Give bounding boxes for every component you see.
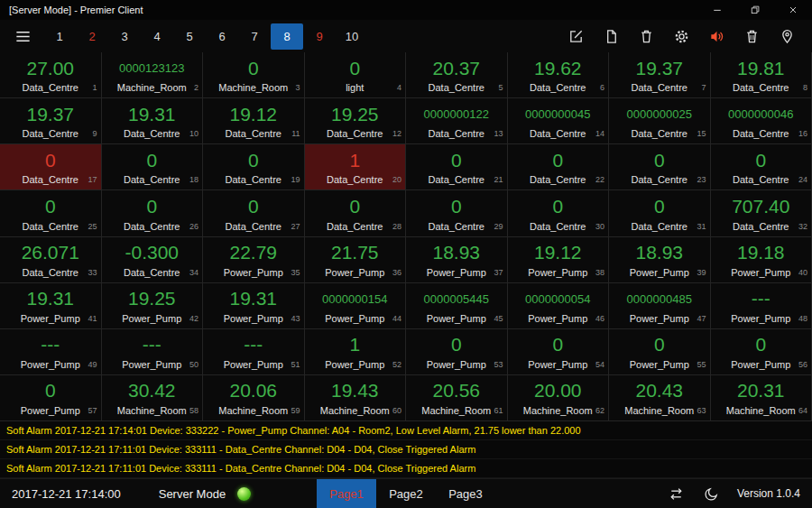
- channel-cell[interactable]: 0 Data_Centre 21: [406, 144, 508, 190]
- channel-cell[interactable]: 18.93 Power_Pump 37: [406, 237, 508, 283]
- alarm-log-row[interactable]: Soft Alarm 2017-12-21 17:11:01 Device: 3…: [0, 459, 812, 478]
- channel-cell[interactable]: 20.43 Machine_Room 63: [609, 375, 711, 421]
- channel-cell[interactable]: 19.25 Data_Centre 12: [305, 98, 407, 144]
- channel-cell[interactable]: 0000000046 Data_Centre 16: [711, 98, 812, 144]
- page-tab[interactable]: Page2: [376, 479, 436, 508]
- sound-icon[interactable]: [706, 25, 727, 47]
- channel-value: 19.25: [305, 102, 406, 126]
- alarm-log-row[interactable]: Soft Alarm 2017-12-21 17:11:01 Device: 3…: [0, 440, 812, 459]
- channel-cell[interactable]: 0000000045 Data_Centre 14: [508, 98, 610, 144]
- channel-cell[interactable]: 19.81 Data_Centre 8: [711, 52, 812, 98]
- page-tab[interactable]: Page1: [317, 479, 376, 508]
- channel-cell[interactable]: 0 Data_Centre 25: [0, 190, 102, 236]
- channel-cell[interactable]: --- Power_Pump 48: [711, 283, 812, 329]
- channel-cell[interactable]: 0 light 4: [305, 52, 407, 98]
- channel-cell[interactable]: 18.93 Power_Pump 39: [609, 237, 711, 283]
- channel-cell[interactable]: 19.18 Power_Pump 40: [711, 237, 812, 283]
- channel-cell[interactable]: 1 Data_Centre 20: [305, 144, 407, 190]
- trash-icon[interactable]: [635, 25, 657, 47]
- channel-cell[interactable]: --- Power_Pump 51: [203, 329, 305, 375]
- page-number-button[interactable]: 4: [141, 23, 173, 50]
- channel-cell[interactable]: 1 Power_Pump 52: [305, 329, 407, 375]
- clear-alarm-icon[interactable]: [741, 25, 762, 47]
- channel-cell[interactable]: 19.31 Power_Pump 43: [203, 283, 305, 329]
- channel-cell[interactable]: 0000000122 Data_Centre 13: [406, 98, 508, 144]
- channel-cell[interactable]: 0 Data_Centre 27: [203, 190, 305, 236]
- channel-cell[interactable]: 0000005445 Power_Pump 45: [406, 283, 508, 329]
- channel-cell[interactable]: 707.40 Data_Centre 32: [711, 190, 812, 236]
- channel-cell[interactable]: --- Power_Pump 49: [0, 329, 102, 375]
- channel-cell[interactable]: 30.42 Machine_Room 58: [102, 375, 204, 421]
- channel-label: Data_Centre: [508, 128, 609, 139]
- channel-cell[interactable]: 19.37 Data_Centre 9: [0, 98, 102, 144]
- channel-cell[interactable]: 0 Power_Pump 53: [406, 329, 508, 375]
- page-number-button[interactable]: 9: [303, 23, 336, 50]
- maximize-button[interactable]: [736, 0, 774, 20]
- channel-cell[interactable]: 0 Power_Pump 54: [508, 329, 610, 375]
- channel-cell[interactable]: 0000000054 Power_Pump 46: [508, 283, 610, 329]
- location-icon[interactable]: [776, 25, 798, 47]
- channel-cell[interactable]: 19.25 Power_Pump 42: [102, 283, 204, 329]
- channel-cell[interactable]: --- Power_Pump 50: [102, 329, 204, 375]
- channel-cell[interactable]: 0 Data_Centre 18: [102, 144, 204, 190]
- night-mode-icon[interactable]: [702, 484, 722, 503]
- page-number-button[interactable]: 2: [76, 23, 108, 50]
- channel-cell[interactable]: 0 Power_Pump 56: [711, 329, 812, 375]
- menu-icon[interactable]: [9, 23, 36, 49]
- page-number-button[interactable]: 5: [173, 23, 206, 50]
- page-number-button[interactable]: 6: [206, 23, 238, 50]
- channel-cell[interactable]: 0 Data_Centre 28: [305, 190, 407, 236]
- page-number-button[interactable]: 8: [271, 23, 303, 50]
- channel-cell[interactable]: 19.31 Data_Centre 10: [102, 98, 204, 144]
- page-number-button[interactable]: 3: [108, 23, 141, 50]
- sync-icon[interactable]: [667, 484, 687, 503]
- alarm-log-row[interactable]: Soft Alarm 2017-12-21 17:14:01 Device: 3…: [0, 421, 812, 440]
- channel-cell[interactable]: 0 Data_Centre 19: [203, 144, 305, 190]
- channel-cell[interactable]: 20.37 Data_Centre 5: [406, 52, 508, 98]
- channel-cell[interactable]: 0 Power_Pump 55: [609, 329, 711, 375]
- channel-cell[interactable]: 22.79 Power_Pump 35: [203, 237, 305, 283]
- channel-cell[interactable]: 20.31 Machine_Room 64: [711, 375, 812, 421]
- channel-cell[interactable]: 0 Data_Centre 22: [508, 144, 610, 190]
- channel-cell[interactable]: 19.31 Power_Pump 41: [0, 283, 102, 329]
- channel-cell[interactable]: 19.43 Machine_Room 60: [305, 375, 407, 421]
- channel-cell[interactable]: 20.00 Machine_Room 62: [508, 375, 610, 421]
- channel-cell[interactable]: 0 Machine_Room 3: [203, 52, 305, 98]
- channel-cell[interactable]: 27.00 Data_Centre 1: [0, 52, 102, 98]
- channel-cell[interactable]: 0 Data_Centre 30: [508, 190, 610, 236]
- settings-icon[interactable]: [670, 25, 692, 47]
- channel-cell[interactable]: 19.37 Data_Centre 7: [609, 52, 711, 98]
- channel-cell[interactable]: 20.06 Machine_Room 59: [203, 375, 305, 421]
- channel-cell[interactable]: 0 Power_Pump 57: [0, 375, 102, 421]
- channel-cell[interactable]: 20.56 Machine_Room 61: [406, 375, 508, 421]
- channel-cell[interactable]: 19.62 Data_Centre 6: [508, 52, 610, 98]
- channel-cell[interactable]: 0 Data_Centre 24: [711, 144, 812, 190]
- channel-cell[interactable]: 19.12 Power_Pump 38: [508, 237, 610, 283]
- close-button[interactable]: [774, 0, 812, 20]
- minimize-button[interactable]: [698, 0, 736, 20]
- channel-cell[interactable]: 26.071 Data_Centre 33: [0, 237, 102, 283]
- channel-label: Power_Pump: [711, 313, 812, 324]
- channel-cell[interactable]: 0000000025 Data_Centre 15: [609, 98, 711, 144]
- page-tab[interactable]: Page3: [436, 479, 495, 508]
- channel-cell[interactable]: 0 Data_Centre 29: [406, 190, 508, 236]
- channel-cell[interactable]: 21.75 Power_Pump 36: [305, 237, 407, 283]
- channel-cell[interactable]: 0000000154 Power_Pump 44: [305, 283, 407, 329]
- channel-label: Machine_Room: [406, 405, 507, 416]
- edit-icon[interactable]: [565, 25, 586, 47]
- file-icon[interactable]: [600, 25, 622, 47]
- page-number-button[interactable]: 10: [336, 23, 368, 50]
- page-number-button[interactable]: 1: [43, 23, 76, 50]
- connection-status-led: [237, 487, 251, 501]
- channel-cell[interactable]: 0000000485 Power_Pump 47: [609, 283, 711, 329]
- channel-index: 37: [494, 268, 503, 277]
- channel-cell[interactable]: 0000123123 Machine_Room 2: [102, 52, 204, 98]
- channel-cell[interactable]: 0 Data_Centre 31: [609, 190, 711, 236]
- page-number-button[interactable]: 7: [238, 23, 271, 50]
- channel-cell[interactable]: 0 Data_Centre 17: [0, 144, 102, 190]
- channel-cell[interactable]: 0 Data_Centre 26: [102, 190, 204, 236]
- channel-cell[interactable]: 19.12 Data_Centre 11: [203, 98, 305, 144]
- channel-value: 0000000154: [305, 287, 406, 311]
- channel-cell[interactable]: -0.300 Data_Centre 34: [102, 237, 204, 283]
- channel-cell[interactable]: 0 Data_Centre 23: [609, 144, 711, 190]
